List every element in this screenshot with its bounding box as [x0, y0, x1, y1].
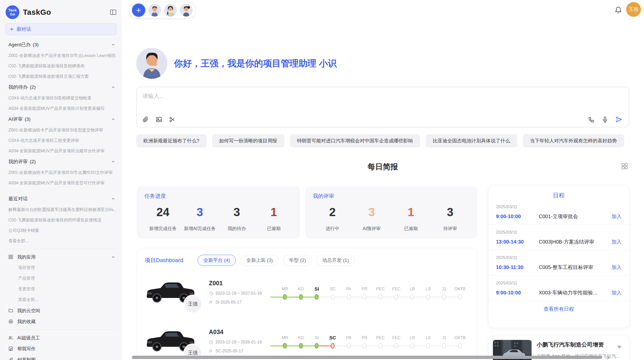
- filter-chip[interactable]: 全新上装 (3): [240, 255, 279, 266]
- card-title: 任务进度: [144, 192, 292, 200]
- sidebar-item[interactable]: Z001-全新燃油皮卡产品开发项目SI节点Lesson Learn报告: [6, 50, 116, 61]
- group-count: (3): [25, 116, 31, 122]
- layout-grid-icon[interactable]: [621, 163, 628, 170]
- member-avatar-2[interactable]: [164, 4, 177, 17]
- suggestion-chip[interactable]: 欧洲新规最近颁布了什么?: [136, 134, 207, 147]
- schedule-view-all-link[interactable]: 查看所有日程: [488, 301, 629, 317]
- sidebar-group-agent-done[interactable]: Agent已办 (3): [6, 39, 116, 50]
- event-join-link[interactable]: 加入: [611, 213, 622, 220]
- sidebar-item[interactable]: C0X4-动力总成开发项目SI里程碑提交物检查: [6, 93, 116, 103]
- sidebar-item-my-apps[interactable]: 我的应用: [6, 251, 116, 262]
- suggestion-chips: 欧洲新规最近颁布了什么?如何写一份清晰的项目周报特朗普可能对进口汽车增税会对中国…: [136, 134, 630, 147]
- recent-item[interactable]: 查看全部...: [6, 236, 116, 246]
- menu-label: 我的收藏: [17, 319, 36, 325]
- milestone-cell: OKTB: [452, 333, 468, 349]
- project-row-a034[interactable]: 王强 A034 2023-12-19 ~ 2026-01-19 SC-2025-…: [145, 318, 470, 360]
- phone-call-icon[interactable]: [588, 116, 595, 123]
- milestone-label: LS: [426, 333, 431, 342]
- stat-label: 进行中: [313, 226, 352, 232]
- sidebar-item-cloud-space[interactable]: 我的云空间: [6, 305, 116, 316]
- milestone-cell: J1: [436, 284, 452, 300]
- event-join-link[interactable]: 加入: [611, 289, 622, 296]
- logo-text-bottom: Go: [10, 12, 15, 16]
- suggestion-chip[interactable]: 当下年轻人对汽车外观有怎样的喜好趋势: [523, 134, 624, 147]
- recent-item[interactable]: 公司Q3轻卡销量: [6, 225, 116, 236]
- stats-row: 24 新增完成任务 3 新增AI完成任务 3 我的待办 1 已逾期: [144, 205, 292, 232]
- composer: [136, 87, 629, 127]
- attachment-icon[interactable]: [142, 116, 149, 123]
- user-avatar[interactable]: 王强: [626, 2, 641, 17]
- recent-item[interactable]: C02-飞腾新能源轻客改款项目的闭环通告反馈情况: [6, 215, 116, 225]
- app-subitems: 项目管理产品管理变更管理查看全部...: [6, 262, 116, 305]
- chevron-up-icon[interactable]: [111, 117, 115, 122]
- milestone-segment: [285, 297, 301, 297]
- event-join-link[interactable]: 加入: [611, 238, 622, 245]
- app-subitem[interactable]: 变更管理: [6, 284, 116, 294]
- sidebar-item-ai-super-staff[interactable]: AI超级员工: [6, 332, 116, 343]
- event-time: 10:30-11:30: [496, 264, 539, 270]
- filter-chip[interactable]: 动总开发 (1): [316, 255, 355, 266]
- milestone-segment: [301, 297, 317, 297]
- horizontal-scrollbar[interactable]: [132, 356, 602, 359]
- scroll-down-arrow-icon[interactable]: [617, 346, 622, 349]
- milestone-cell: PR: [357, 284, 373, 300]
- add-member-button[interactable]: +: [132, 4, 145, 17]
- milestone-segment: [364, 297, 380, 297]
- sidebar-item[interactable]: C02-飞腾新能源轻客改款项目立项汇报方案: [6, 71, 116, 82]
- member-avatar-3[interactable]: [180, 4, 193, 17]
- filter-chip[interactable]: 年型 (2): [283, 255, 312, 266]
- sidebar-item[interactable]: Z001-全新燃油轻卡产品开发项目SI造型提交物评审: [6, 125, 116, 135]
- chevron-up-icon[interactable]: [111, 159, 115, 164]
- milestone-cell: MR: [277, 284, 293, 300]
- image-upload-icon[interactable]: [156, 116, 162, 123]
- milestone-dot: [378, 294, 383, 300]
- sidebar-group-recent[interactable]: 最近对话: [6, 193, 116, 204]
- new-chat-button[interactable]: + 新对话: [6, 23, 116, 35]
- sidebar-group-my-review[interactable]: 我的评审 (2): [6, 156, 116, 167]
- task-progress-card: 任务进度 24 新增完成任务 3 新增AI完成任务 3 我的待办: [137, 186, 300, 238]
- sidebar-item[interactable]: C0X4-动力总成开发项目工程变更评审: [6, 135, 116, 146]
- suggestion-chip[interactable]: 特朗普可能对进口汽车增税会对中国车企造成哪些影响: [290, 134, 420, 147]
- filter-chip[interactable]: 全新平台 (4): [198, 255, 236, 266]
- stat-value: 1: [391, 205, 431, 219]
- group-items: Z001-全新燃油轻卡产品开发项目SI节点属性5D文件评审A034-全新新能源M…: [6, 167, 116, 188]
- suggestion-chip[interactable]: 比亚迪全固态电池计划具体说了什么: [426, 134, 517, 147]
- event-time: 13:00-14:30: [496, 239, 539, 245]
- app-subitem[interactable]: 查看全部...: [6, 294, 116, 305]
- send-icon[interactable]: [615, 116, 623, 123]
- schedule-events: 2025/03/11 9:00-10:00 C001-立项审批会 加入 2025…: [488, 199, 629, 301]
- milestone-cell: KO: [293, 333, 309, 349]
- microphone-icon[interactable]: [602, 116, 608, 123]
- milestone-label: PA: [346, 284, 351, 294]
- notification-bell-icon[interactable]: [614, 6, 622, 14]
- chevron-up-icon[interactable]: [111, 42, 115, 47]
- chat-input[interactable]: [142, 93, 623, 99]
- sidebar-item-favorites[interactable]: 我的收藏: [6, 316, 116, 327]
- app-subitem[interactable]: 项目管理: [6, 262, 116, 273]
- project-row-z001[interactable]: 王强 Z001 2023-12-19 ~ 2027-01-19 SI-2025-…: [145, 269, 470, 315]
- app-subitem[interactable]: 产品管理: [6, 273, 116, 284]
- sidebar-item[interactable]: A034-全新新能源MUV产品开发项目计划变更表编写: [6, 103, 116, 114]
- scroll-right-arrow-icon[interactable]: [607, 355, 610, 359]
- member-avatar-1[interactable]: [148, 4, 161, 17]
- sidebar-group-ai-review[interactable]: AI评审 (3): [6, 114, 116, 125]
- milestone-label: MR: [282, 333, 288, 342]
- project-code: A034: [209, 328, 273, 336]
- sidebar-item[interactable]: A034-全新新能源MUV产品开发项目法规符合性评审: [6, 146, 116, 156]
- event-join-link[interactable]: 加入: [611, 264, 622, 271]
- sidebar-group-my-todo[interactable]: 我的待办 (2): [6, 82, 116, 93]
- sidebar-item[interactable]: Z001-全新燃油轻卡产品开发项目SI节点属性5D文件评审: [6, 167, 116, 178]
- chevron-up-icon[interactable]: [111, 197, 115, 201]
- project-flag-milestone: SC-2025-05-17: [209, 349, 273, 353]
- chevron-up-icon[interactable]: [111, 85, 115, 89]
- chevron-up-icon[interactable]: [111, 255, 115, 259]
- sidebar-item[interactable]: C02-飞腾新能源轻客改款项目里程碑画布: [6, 61, 116, 71]
- scissors-icon[interactable]: [169, 116, 175, 123]
- stat-label: 已逾期: [391, 226, 431, 232]
- sidebar-item[interactable]: A034-全新新能源MUV产品开发项目造型可行性评审: [6, 178, 116, 188]
- sidebar-item-creative-drawing[interactable]: 创意制图: [6, 354, 116, 360]
- suggestion-chip[interactable]: 如何写一份清晰的项目周报: [212, 134, 284, 147]
- sidebar-collapse-icon[interactable]: [110, 9, 116, 15]
- recent-item[interactable]: 解释最新出台的欧盟报废车法规再生塑料比例被调至15%...: [6, 204, 116, 215]
- sidebar-item-help-me-write[interactable]: 帮我写作: [6, 343, 116, 354]
